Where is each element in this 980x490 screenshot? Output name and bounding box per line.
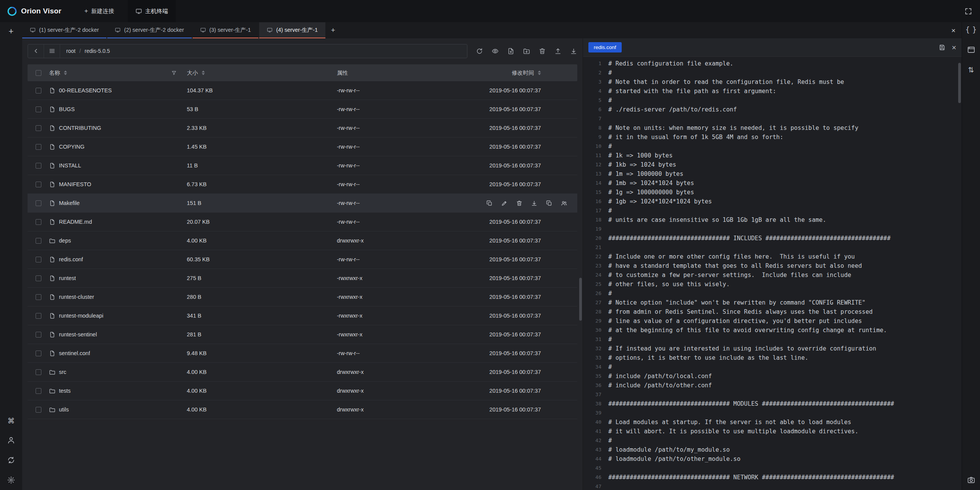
file-name[interactable]: sentinel.conf [59, 350, 90, 356]
editor-line[interactable]: 24# to customize a few per-server settin… [583, 270, 962, 280]
download-icon[interactable] [531, 200, 537, 206]
editor-line[interactable]: 40# Load modules at startup. If the serv… [583, 418, 962, 427]
table-row[interactable]: Makefile 151 B -rw-rw-r-- 2019-05-16 00:… [28, 194, 577, 213]
editor-line[interactable]: 8# Note on units: when memory size is ne… [583, 123, 962, 133]
table-row[interactable]: 00-RELEASENOTES 104.37 KB -rw-rw-r-- 201… [28, 81, 577, 100]
editor-line[interactable]: 19 [583, 225, 962, 234]
editor-line[interactable]: 27# Notice option "include" won't be rew… [583, 298, 962, 307]
row-checkbox[interactable] [36, 351, 41, 356]
editor-line[interactable]: 37 [583, 390, 962, 399]
editor-file-tab[interactable]: redis.conf [588, 42, 622, 52]
breadcrumb-item[interactable]: root [66, 48, 75, 54]
app-logo[interactable]: Orion Visor [0, 0, 68, 22]
row-checkbox[interactable] [36, 332, 41, 338]
row-checkbox[interactable] [36, 238, 41, 244]
editor-scrollbar-thumb[interactable] [958, 63, 961, 103]
editor-line[interactable]: 14# 1mb => 1024*1024 bytes [583, 179, 962, 188]
editor-line[interactable]: 34# [583, 362, 962, 372]
row-checkbox[interactable] [36, 125, 41, 131]
name-filter-icon[interactable] [171, 70, 177, 76]
table-row[interactable]: src 4.00 KB drwxrwxr-x 2019-05-16 00:07:… [28, 363, 577, 382]
table-row[interactable]: runtest-sentinel 281 B -rwxrwxr-x 2019-0… [28, 325, 577, 344]
row-checkbox[interactable] [36, 313, 41, 319]
new-file-icon[interactable] [507, 48, 514, 55]
table-row[interactable]: INSTALL 11 B -rw-rw-r-- 2019-05-16 00:07… [28, 156, 577, 175]
row-checkbox[interactable] [36, 182, 41, 187]
row-checkbox[interactable] [36, 163, 41, 169]
editor-line[interactable]: 12# 1kb => 1024 bytes [583, 160, 962, 169]
table-row[interactable]: redis.conf 60.35 KB -rw-rw-r-- 2019-05-1… [28, 250, 577, 269]
editor-line[interactable]: 42# [583, 436, 962, 445]
editor-body[interactable]: 1# Redis configuration file example.2#3#… [583, 57, 962, 490]
table-row[interactable]: MANIFESTO 6.73 KB -rw-rw-r-- 2019-05-16 … [28, 175, 577, 194]
editor-line[interactable]: 22# Include one or more other config fil… [583, 252, 962, 261]
close-all-tabs-icon[interactable]: × [951, 27, 956, 34]
session-tab[interactable]: (2) server-生产-2 docker [107, 22, 191, 38]
file-name[interactable]: README.md [59, 219, 92, 225]
row-checkbox[interactable] [36, 88, 41, 93]
new-folder-icon[interactable] [523, 48, 530, 55]
table-row[interactable]: runtest 275 B -rwxrwxr-x 2019-05-16 00:0… [28, 269, 577, 288]
editor-line[interactable]: 39 [583, 408, 962, 418]
row-checkbox[interactable] [36, 369, 41, 375]
table-row[interactable]: deps 4.00 KB drwxrwxr-x 2019-05-16 00:07… [28, 231, 577, 250]
file-name[interactable]: runtest-sentinel [59, 331, 97, 338]
menu-host-terminal[interactable]: 主机终端 [128, 0, 176, 22]
file-name[interactable]: runtest-moduleapi [59, 313, 103, 319]
editor-line[interactable]: 1# Redis configuration file example. [583, 59, 962, 68]
new-connection-button[interactable]: + 新建连接 [77, 0, 122, 22]
editor-line[interactable]: 11# 1k => 1000 bytes [583, 151, 962, 160]
table-row[interactable]: utils 4.00 KB drwxrwxr-x 2019-05-16 00:0… [28, 400, 577, 419]
editor-line[interactable]: 44# loadmodule /path/to/other_module.so [583, 454, 962, 464]
file-panel-scrollbar-thumb[interactable] [579, 278, 582, 321]
settings-icon[interactable] [7, 476, 15, 484]
editor-line[interactable]: 4# started with the file path as first a… [583, 87, 962, 96]
fullscreen-icon[interactable] [964, 7, 972, 15]
session-tab[interactable]: (3) server-生产-1 [193, 22, 259, 38]
editor-line[interactable]: 17# [583, 206, 962, 215]
row-checkbox[interactable] [36, 294, 41, 300]
file-name[interactable]: runtest [59, 275, 76, 281]
editor-line[interactable]: 7 [583, 114, 962, 123]
list-view-button[interactable] [44, 44, 60, 58]
editor-line[interactable]: 10# [583, 142, 962, 151]
user-icon[interactable] [7, 436, 15, 444]
editor-line[interactable]: 26# [583, 289, 962, 298]
sync-icon[interactable] [7, 456, 15, 464]
editor-line[interactable]: 46################################## NET… [583, 473, 962, 482]
command-snippets-icon[interactable]: ⌘ [8, 417, 15, 424]
session-tab[interactable]: (1) server-生产-2 docker [22, 22, 106, 38]
add-session-icon[interactable]: + [9, 27, 14, 36]
editor-line[interactable]: 32# If instead you are interested in usi… [583, 344, 962, 353]
copy-path-icon[interactable] [546, 200, 552, 206]
editor-line[interactable]: 30# at the beginning of this file to avo… [583, 326, 962, 335]
upload-icon[interactable] [554, 48, 562, 55]
file-name[interactable]: 00-RELEASENOTES [59, 87, 112, 93]
row-checkbox[interactable] [36, 257, 41, 262]
editor-line[interactable]: 2# [583, 68, 962, 77]
row-checkbox[interactable] [36, 407, 41, 413]
table-row[interactable]: runtest-cluster 280 B -rwxrwxr-x 2019-05… [28, 288, 577, 306]
add-tab-button[interactable]: + [326, 22, 340, 38]
editor-line[interactable]: 38################################## MOD… [583, 399, 962, 408]
session-tab[interactable]: (4) server-生产-1 [259, 22, 325, 38]
copy-icon[interactable] [486, 200, 493, 206]
editor-line[interactable]: 23# have a standard template that goes t… [583, 261, 962, 270]
back-button[interactable] [28, 44, 44, 58]
editor-line[interactable]: 28# from admin or Redis Sentinel. Since … [583, 307, 962, 316]
editor-line[interactable]: 18# units are case insensitive so 1GB 1G… [583, 215, 962, 225]
editor-line[interactable]: 31# [583, 335, 962, 344]
editor-line[interactable]: 13# 1m => 1000000 bytes [583, 169, 962, 179]
permission-icon[interactable] [561, 200, 567, 206]
editor-line[interactable]: 25# other files, so use this wisely. [583, 280, 962, 289]
breadcrumb-item[interactable]: redis-5.0.5 [85, 48, 110, 54]
row-checkbox[interactable] [36, 219, 41, 225]
file-name[interactable]: deps [59, 238, 71, 244]
panel-toggle-icon[interactable] [967, 46, 975, 54]
editor-line[interactable]: 45 [583, 464, 962, 473]
editor-close-icon[interactable]: × [952, 44, 956, 51]
editor-line[interactable]: 47 [583, 482, 962, 490]
file-name[interactable]: MANIFESTO [59, 181, 91, 187]
column-header-name[interactable]: 名称 [49, 69, 184, 77]
editor-line[interactable]: 33# options, it is better to use include… [583, 353, 962, 362]
